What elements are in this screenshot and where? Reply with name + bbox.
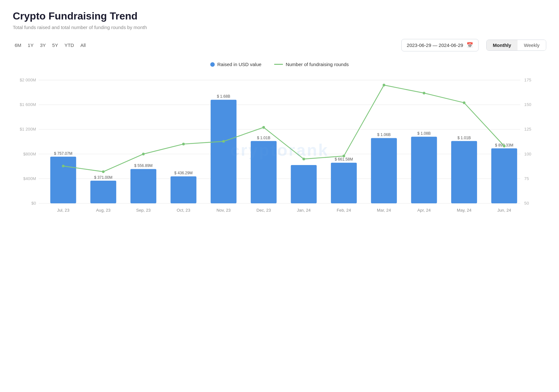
svg-text:$ 556.89M: $ 556.89M: [134, 163, 153, 168]
page-title: Crypto Fundraising Trend: [13, 10, 546, 22]
bar-oct23: [171, 176, 197, 203]
filter-5y[interactable]: 5Y: [50, 41, 60, 49]
legend-bar-dot: [210, 62, 215, 67]
line-dot-mar: [383, 84, 385, 86]
svg-text:Feb, 24: Feb, 24: [337, 208, 351, 213]
legend-bar: Raised in USD value: [210, 62, 261, 67]
svg-text:$400M: $400M: [23, 176, 36, 181]
svg-text:$ 436.29M: $ 436.29M: [174, 171, 192, 175]
svg-text:$1 200M: $1 200M: [20, 127, 36, 132]
svg-text:$ 1.01B: $ 1.01B: [257, 135, 270, 140]
main-chart: $0 $400M $800M $1 200M $1 600M $2 000M 5…: [13, 73, 546, 227]
line-dot-feb: [343, 155, 345, 157]
bar-mar24: [371, 138, 397, 203]
controls-row: 6M 1Y 3Y 5Y YTD All 2023-06-29 — 2024-06…: [13, 39, 546, 51]
svg-text:$ 1.06B: $ 1.06B: [377, 132, 391, 137]
legend-line: Number of fundraising rounds: [274, 62, 349, 67]
svg-text:$1 600M: $1 600M: [20, 102, 36, 107]
legend-line-dash: [274, 64, 283, 65]
svg-text:$ 757.07M: $ 757.07M: [54, 151, 72, 155]
fundraising-line: [63, 85, 504, 172]
svg-text:50: 50: [524, 201, 529, 206]
svg-text:150: 150: [524, 102, 531, 107]
svg-text:125: 125: [524, 127, 531, 132]
svg-text:May, 24: May, 24: [457, 208, 472, 213]
filter-ytd[interactable]: YTD: [63, 41, 76, 49]
svg-text:Sep, 23: Sep, 23: [136, 208, 151, 213]
line-dot-aug: [102, 170, 105, 173]
calendar-icon: 📅: [466, 42, 473, 49]
svg-text:100: 100: [524, 152, 531, 156]
bar-jan24: [291, 165, 317, 203]
chart-area: cryptorank $0 $400M $800M $1 200M $1 600…: [13, 73, 546, 227]
date-range-text: 2023-06-29 — 2024-06-29: [407, 42, 463, 48]
line-dot-may: [463, 102, 466, 104]
bar-jun24: [491, 148, 517, 203]
svg-text:$0: $0: [31, 201, 36, 206]
bar-nov23: [211, 100, 236, 203]
svg-text:$ 1.08B: $ 1.08B: [417, 131, 431, 136]
filter-all[interactable]: All: [78, 41, 88, 49]
legend: Raised in USD value Number of fundraisin…: [13, 62, 546, 67]
svg-text:$ 1.68B: $ 1.68B: [217, 94, 230, 99]
time-filters: 6M 1Y 3Y 5Y YTD All: [13, 41, 88, 49]
svg-text:Jan, 24: Jan, 24: [297, 208, 311, 213]
svg-text:175: 175: [524, 78, 531, 82]
line-dot-dec: [262, 126, 265, 129]
svg-text:$800M: $800M: [23, 152, 36, 156]
svg-text:Nov, 23: Nov, 23: [216, 208, 230, 213]
line-dot-jun: [503, 145, 505, 147]
date-range-picker[interactable]: 2023-06-29 — 2024-06-29 📅: [401, 39, 479, 51]
period-toggle: Monthly Weekly: [486, 40, 546, 51]
svg-text:Mar, 24: Mar, 24: [377, 208, 391, 213]
svg-text:75: 75: [524, 176, 529, 181]
svg-text:Oct, 23: Oct, 23: [177, 208, 190, 213]
svg-text:Dec, 23: Dec, 23: [257, 208, 271, 213]
bar-apr24: [411, 137, 437, 203]
bar-feb24: [331, 163, 357, 203]
period-monthly-btn[interactable]: Monthly: [487, 40, 518, 50]
subtitle: Total funds raised and total number of f…: [13, 25, 546, 30]
legend-bar-label: Raised in USD value: [217, 62, 261, 67]
svg-text:Apr, 24: Apr, 24: [417, 208, 431, 213]
svg-text:Jul, 23: Jul, 23: [57, 208, 70, 213]
line-dot-sep: [142, 153, 145, 155]
period-weekly-btn[interactable]: Weekly: [518, 40, 546, 50]
filter-6m[interactable]: 6M: [13, 41, 23, 49]
filter-3y[interactable]: 3Y: [38, 41, 48, 49]
bar-sep23: [130, 169, 156, 203]
line-dot-jan: [302, 158, 305, 160]
bar-aug23: [90, 181, 116, 203]
line-dot-jul: [62, 165, 64, 167]
bar-may24: [451, 141, 477, 203]
legend-line-label: Number of fundraising rounds: [286, 62, 349, 67]
svg-text:Aug, 23: Aug, 23: [96, 208, 110, 213]
svg-text:$2 000M: $2 000M: [20, 78, 36, 82]
line-dot-apr: [423, 92, 425, 94]
bar-jul23: [50, 157, 76, 203]
svg-text:Jun, 24: Jun, 24: [497, 208, 511, 213]
filter-1y[interactable]: 1Y: [26, 41, 35, 49]
svg-text:$ 1.01B: $ 1.01B: [458, 135, 471, 140]
svg-text:$ 371.00M: $ 371.00M: [94, 175, 112, 180]
svg-text:$ 661.58M: $ 661.58M: [335, 157, 353, 162]
bar-dec23: [251, 141, 277, 203]
line-dot-nov: [222, 140, 225, 143]
line-dot-oct: [182, 143, 185, 145]
